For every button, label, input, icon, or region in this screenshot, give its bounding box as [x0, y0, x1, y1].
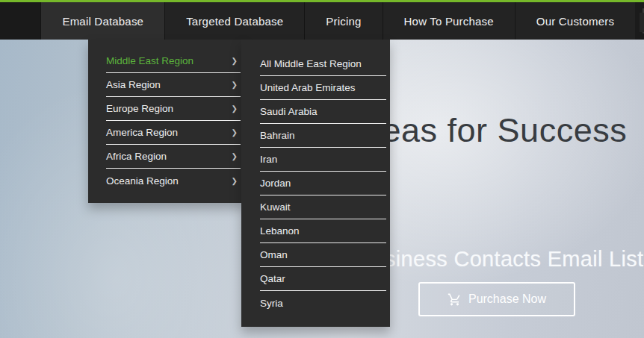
arrow-right-icon: ❯: [232, 177, 241, 185]
country-item-lebanon[interactable]: Lebanon: [260, 219, 386, 243]
country-item-uae[interactable]: United Arab Emirates: [260, 76, 386, 100]
nav-item-targeted-database[interactable]: Targeted Database: [164, 2, 304, 40]
country-item-iran[interactable]: Iran: [260, 148, 386, 172]
arrow-right-icon: ❯: [232, 81, 241, 89]
region-item-middle-east[interactable]: Middle East Region ❯: [106, 49, 241, 73]
country-item-bahrain[interactable]: Bahrain: [260, 124, 386, 148]
arrow-right-icon: ❯: [232, 104, 241, 113]
arrow-right-icon: ❯: [232, 57, 241, 65]
page: Ideas for Success Business Contacts Emai…: [0, 0, 644, 338]
hero-heading: Ideas for Success: [353, 111, 627, 150]
nav-item-cutoff: [640, 13, 644, 32]
region-label: Asia Region: [106, 79, 161, 90]
country-item-all-middle-east[interactable]: All Middle East Region: [260, 52, 386, 76]
region-label: Middle East Region: [106, 55, 193, 66]
country-item-saudi-arabia[interactable]: Saudi Arabia: [260, 100, 386, 124]
nav-item-how-to-purchase[interactable]: How To Purchase: [383, 2, 515, 40]
region-label: Europe Region: [106, 103, 173, 114]
nav-item-pricing[interactable]: Pricing: [304, 2, 382, 40]
arrow-right-icon: ❯: [232, 128, 241, 137]
country-item-kuwait[interactable]: Kuwait: [260, 195, 386, 219]
email-database-dropdown: Middle East Region ❯ Asia Region ❯ Europ…: [88, 40, 245, 203]
purchase-now-label: Purchase Now: [468, 292, 546, 306]
region-label: America Region: [106, 127, 178, 138]
purchase-now-button[interactable]: Purchase Now: [418, 282, 575, 316]
middle-east-submenu: All Middle East Region United Arab Emira…: [241, 40, 390, 327]
region-item-america[interactable]: America Region ❯: [106, 121, 241, 145]
nav-left-spacer: [0, 2, 40, 40]
region-item-africa[interactable]: Africa Region ❯: [106, 145, 241, 169]
country-item-qatar[interactable]: Qatar: [260, 267, 386, 291]
nav-item-email-database[interactable]: Email Database: [40, 2, 164, 40]
hero-subheading: Business Contacts Email Lists: [358, 247, 644, 272]
region-item-oceania[interactable]: Oceania Region ❯: [106, 169, 241, 193]
region-item-europe[interactable]: Europe Region ❯: [106, 97, 241, 121]
region-label: Oceania Region: [106, 175, 179, 187]
region-label: Africa Region: [106, 151, 167, 162]
top-navigation: Email Database Targeted Database Pricing…: [0, 0, 644, 40]
country-item-syria[interactable]: Syria: [260, 291, 386, 315]
arrow-right-icon: ❯: [232, 152, 241, 160]
nav-item-our-customers[interactable]: Our Customers: [515, 2, 635, 40]
country-item-jordan[interactable]: Jordan: [260, 172, 386, 195]
cart-icon: [448, 292, 462, 307]
country-item-oman[interactable]: Oman: [260, 243, 386, 267]
region-item-asia[interactable]: Asia Region ❯: [106, 73, 241, 97]
